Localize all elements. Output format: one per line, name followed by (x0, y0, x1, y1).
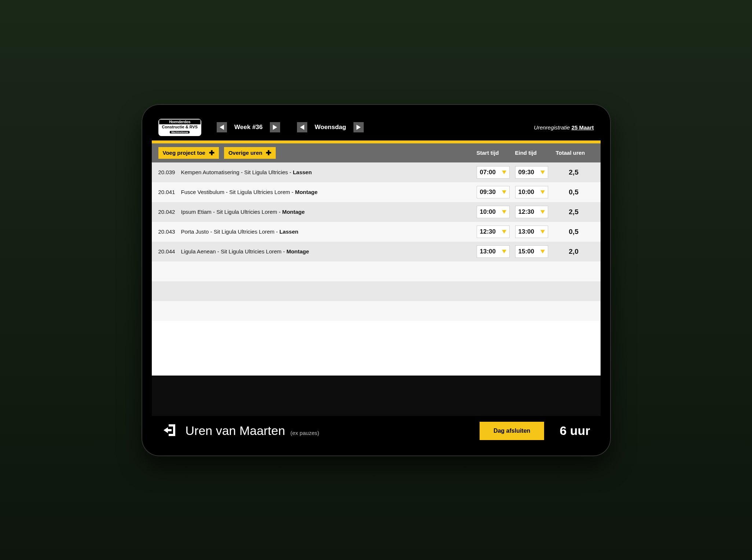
project-code: 20.042 (158, 209, 181, 215)
empty-row (152, 281, 601, 301)
day-label: Woensdag (312, 124, 348, 131)
add-project-button[interactable]: Voeg project toe ✚ (158, 147, 219, 159)
logout-icon (162, 423, 177, 438)
caret-right-icon (356, 125, 361, 130)
start-time-picker[interactable]: 09:30 (477, 186, 510, 198)
plus-icon: ✚ (209, 150, 214, 156)
caret-down-icon (540, 208, 545, 216)
project-code: 20.039 (158, 169, 181, 175)
start-time-picker[interactable]: 07:00 (477, 166, 510, 179)
caret-down-icon (540, 228, 545, 235)
row-total-hours: 0,5 (554, 188, 594, 196)
project-description: Ligula Aenean - Sit Ligula Ultricies Lor… (181, 248, 477, 255)
project-description: Fusce Vestibulum - Sit Ligula Ultricies … (181, 189, 477, 195)
logout-button[interactable] (162, 423, 177, 439)
table-row: 20.042Ipsum Etiam - Sit Ligula Ultricies… (152, 202, 601, 222)
row-total-hours: 2,0 (554, 248, 594, 256)
footer-subtitle: (ex pauzes) (290, 430, 319, 436)
header-date: Urenregistratie 25 Maart (534, 124, 594, 131)
header-bar: Hoenderdos Constructie & RVS Machinebouw… (152, 114, 601, 140)
project-description: Ipsum Etiam - Sit Ligula Ultricies Lorem… (181, 209, 477, 215)
total-hours: 6 uur (553, 424, 590, 438)
end-time-picker[interactable]: 13:00 (515, 226, 548, 238)
caret-left-icon (220, 125, 224, 130)
caret-down-icon (502, 248, 506, 255)
row-total-hours: 2,5 (554, 168, 594, 176)
time-entries-list: 20.039Kempen Automatisering - Sit Ligula… (152, 162, 601, 376)
start-time-picker[interactable]: 12:30 (477, 226, 510, 238)
end-time-picker[interactable]: 10:00 (515, 186, 548, 198)
project-code: 20.044 (158, 248, 181, 255)
caret-down-icon (502, 208, 506, 216)
close-day-button[interactable]: Dag afsluiten (480, 422, 544, 440)
table-row: 20.039Kempen Automatisering - Sit Ligula… (152, 162, 601, 182)
caret-down-icon (502, 169, 506, 176)
caret-down-icon (502, 228, 506, 235)
end-time-picker[interactable]: 12:30 (515, 206, 548, 218)
project-description: Porta Justo - Sit Ligula Ultricies Lorem… (181, 228, 477, 235)
project-description: Kempen Automatisering - Sit Ligula Ultri… (181, 169, 477, 175)
row-total-hours: 2,5 (554, 208, 594, 216)
other-hours-button[interactable]: Overige uren ✚ (224, 147, 276, 159)
toolbar: Voeg project toe ✚ Overige uren ✚ Start … (152, 143, 601, 162)
empty-row (152, 301, 601, 321)
caret-down-icon (502, 189, 506, 196)
caret-down-icon (540, 189, 545, 196)
footer-title: Uren van Maarten (186, 424, 285, 438)
col-total-header: Totaal uren (554, 150, 594, 156)
empty-row (152, 261, 601, 281)
col-end-header: Eind tijd (515, 150, 554, 156)
footer-title-group: Uren van Maarten (ex pauzes) (186, 424, 319, 438)
caret-down-icon (540, 169, 545, 176)
caret-left-icon (300, 125, 304, 130)
end-time-picker[interactable]: 09:30 (515, 166, 548, 179)
table-row: 20.044Ligula Aenean - Sit Ligula Ultrici… (152, 242, 601, 261)
week-label: Week #36 (232, 124, 265, 131)
week-prev-button[interactable] (217, 122, 227, 132)
table-row: 20.043Porta Justo - Sit Ligula Ultricies… (152, 222, 601, 242)
col-start-header: Start tijd (477, 150, 515, 156)
day-next-button[interactable] (353, 122, 364, 132)
column-headers: Start tijd Eind tijd Totaal uren (477, 150, 594, 156)
table-row: 20.041Fusce Vestibulum - Sit Ligula Ultr… (152, 182, 601, 202)
start-time-picker[interactable]: 13:00 (477, 245, 510, 258)
project-code: 20.043 (158, 228, 181, 235)
company-logo: Hoenderdos Constructie & RVS Machinebouw (158, 119, 202, 136)
week-next-button[interactable] (270, 122, 280, 132)
accent-bar (152, 140, 601, 143)
caret-right-icon (273, 125, 277, 130)
plus-icon: ✚ (266, 150, 271, 156)
footer-bar: Uren van Maarten (ex pauzes) Dag afsluit… (152, 416, 601, 446)
row-total-hours: 0,5 (554, 228, 594, 236)
day-prev-button[interactable] (297, 122, 307, 132)
start-time-picker[interactable]: 10:00 (477, 206, 510, 218)
end-time-picker[interactable]: 15:00 (515, 245, 548, 258)
caret-down-icon (540, 248, 545, 255)
footer-spacer (152, 376, 601, 416)
project-code: 20.041 (158, 189, 181, 195)
